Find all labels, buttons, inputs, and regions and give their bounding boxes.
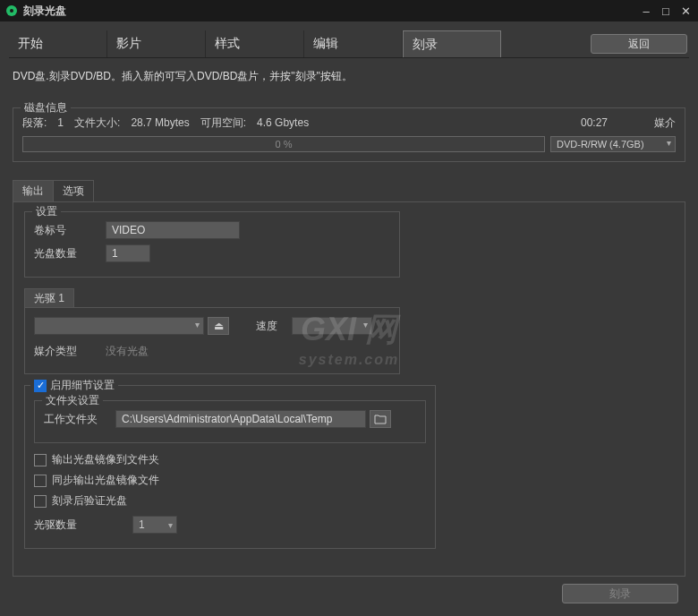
copies-label: 光盘数量: [34, 246, 106, 261]
subtab-output[interactable]: 输出: [13, 180, 54, 201]
browse-folder-button[interactable]: [370, 410, 391, 428]
media-label: 媒介: [654, 116, 676, 131]
verify-label: 刻录后验证光盘: [52, 493, 127, 509]
titlebar: 刻录光盘 – □ ✕: [0, 0, 698, 21]
filesize-label: 文件大小:: [74, 116, 120, 131]
eject-icon: ⏏: [214, 320, 224, 332]
drive-count-select[interactable]: 1: [132, 516, 177, 534]
filesize-value: 28.7 Mbytes: [131, 116, 189, 129]
work-folder-input[interactable]: [115, 410, 366, 428]
tab-movie[interactable]: 影片: [107, 30, 206, 57]
settings-legend: 设置: [32, 204, 61, 219]
detail-group: 启用细节设置 文件夹设置 工作文件夹 输出光盘镜像到文件夹: [24, 385, 436, 549]
window-title: 刻录光盘: [23, 4, 639, 19]
page-description: DVD盘.刻录DVD/BD。插入新的可写入DVD/BD盘片，并按"刻录"按钮。: [9, 58, 689, 102]
svg-point-1: [10, 9, 13, 13]
main-tabs: 开始 影片 样式 编辑 刻录 返回: [9, 30, 689, 58]
enable-detail-checkbox[interactable]: [34, 380, 47, 392]
progress-bar: 0 %: [22, 136, 545, 152]
media-select[interactable]: DVD-R/RW (4.7GB): [550, 136, 676, 152]
drive-count-label: 光驱数量: [34, 518, 132, 533]
app-icon: [5, 4, 18, 17]
folder-icon: [374, 414, 387, 424]
media-select-value: DVD-R/RW (4.7GB): [557, 139, 644, 150]
disc-info-group: 磁盘信息 段落: 1 文件大小: 28.7 Mbytes 可用空间: 4.6 G…: [13, 107, 685, 162]
disc-info-legend: 磁盘信息: [21, 100, 71, 116]
segments-value: 1: [57, 116, 64, 129]
media-type-value: 没有光盘: [106, 344, 149, 359]
folder-settings-legend: 文件夹设置: [42, 393, 103, 408]
output-panel: 设置 卷标号 光盘数量 光驱 1 ⏏ 速度: [13, 201, 685, 577]
burn-button[interactable]: 刻录: [562, 584, 678, 603]
tab-style[interactable]: 样式: [206, 30, 304, 57]
maximize-button[interactable]: □: [659, 4, 673, 18]
progress-percent: 0 %: [276, 139, 293, 150]
tab-start[interactable]: 开始: [9, 30, 107, 57]
output-folder-label: 输出光盘镜像到文件夹: [52, 452, 159, 467]
subtab-options[interactable]: 选项: [53, 180, 94, 201]
work-folder-label: 工作文件夹: [44, 412, 115, 427]
tab-burn[interactable]: 刻录: [403, 30, 501, 57]
drive-tab-1[interactable]: 光驱 1: [24, 288, 74, 308]
segments-label: 段落:: [22, 116, 47, 131]
minimize-button[interactable]: –: [639, 4, 653, 18]
available-label: 可用空间:: [200, 116, 246, 131]
sync-output-label: 同步输出光盘镜像文件: [52, 473, 159, 488]
enable-detail-label: 启用细节设置: [50, 378, 115, 393]
sync-output-checkbox[interactable]: [34, 475, 47, 487]
volume-label: 卷标号: [34, 223, 106, 238]
verify-checkbox[interactable]: [34, 495, 47, 508]
volume-input[interactable]: [106, 221, 240, 239]
media-type-label: 媒介类型: [34, 344, 106, 359]
folder-settings-group: 文件夹设置 工作文件夹: [34, 400, 426, 443]
drive-select[interactable]: [34, 317, 204, 335]
tab-edit[interactable]: 编辑: [304, 30, 403, 57]
settings-group: 设置 卷标号 光盘数量: [24, 211, 400, 278]
copies-input[interactable]: [106, 244, 150, 262]
speed-label: 速度: [256, 319, 292, 334]
available-value: 4.6 Gbytes: [257, 116, 309, 129]
close-button[interactable]: ✕: [678, 4, 693, 18]
output-subtabs: 输出 选项: [13, 180, 685, 201]
output-folder-checkbox[interactable]: [34, 454, 47, 466]
eject-button[interactable]: ⏏: [208, 317, 229, 335]
drive-group: ⏏ 速度 媒介类型 没有光盘: [24, 307, 400, 374]
speed-select[interactable]: [292, 317, 372, 335]
return-button[interactable]: 返回: [591, 34, 687, 54]
disc-time: 00:27: [581, 116, 608, 129]
